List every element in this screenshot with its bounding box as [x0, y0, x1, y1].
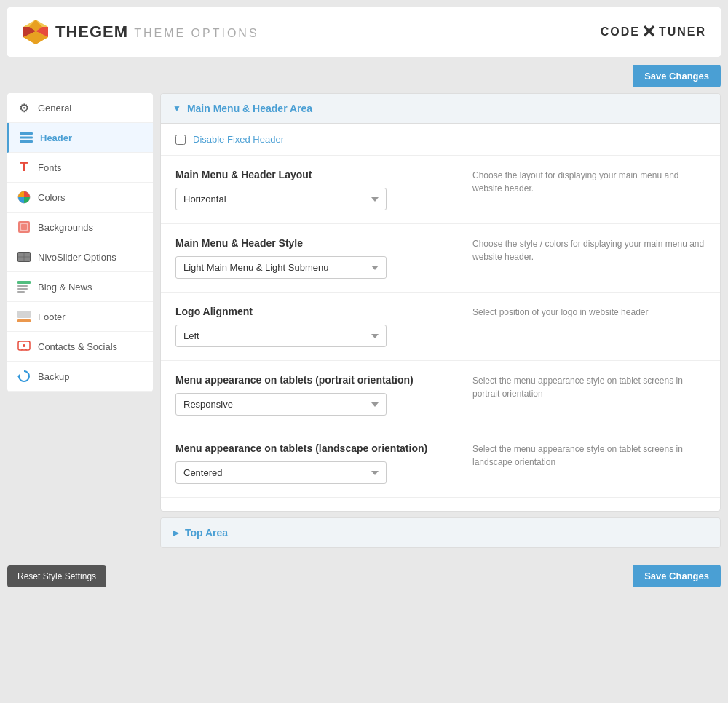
fonts-icon: T: [17, 161, 31, 174]
sidebar-item-contacts[interactable]: Contacts & Socials: [7, 332, 153, 362]
svg-rect-6: [20, 132, 33, 135]
tablet-portrait-select[interactable]: Responsive Full Menu Mobile Menu: [175, 393, 387, 416]
svg-point-24: [23, 344, 25, 347]
svg-rect-22: [17, 319, 31, 322]
svg-rect-8: [20, 140, 33, 143]
section-main-header[interactable]: ▼ Main Menu & Header Area: [161, 94, 720, 124]
svg-rect-21: [17, 311, 31, 318]
sidebar-item-fonts[interactable]: T Fonts: [7, 153, 153, 183]
backup-icon: [17, 370, 31, 383]
section-top-title: Top Area: [185, 527, 228, 539]
sidebar-item-general[interactable]: ⚙ General: [7, 93, 153, 123]
blognews-icon: [17, 280, 31, 293]
sidebar-label-contacts: Contacts & Socials: [38, 341, 117, 352]
gem-icon: [22, 18, 50, 46]
sidebar-item-footer[interactable]: Footer: [7, 302, 153, 332]
option-tablet-landscape-left: Menu appearance on tablets (landscape or…: [175, 442, 458, 484]
nivoslider-icon: [17, 250, 31, 263]
svg-rect-17: [17, 281, 31, 284]
option-logo-description: Select position of your logo in website …: [472, 306, 705, 319]
sidebar-label-header: Header: [40, 132, 72, 143]
codetuner-right: TUNER: [659, 25, 706, 39]
general-icon: ⚙: [17, 101, 31, 114]
svg-rect-20: [17, 291, 25, 293]
sidebar-label-backup: Backup: [38, 371, 69, 382]
option-layout-row: Main Menu & Header Layout Horizontal Ver…: [161, 156, 720, 224]
svg-rect-19: [17, 288, 28, 290]
option-tablet-portrait-row: Menu appearance on tablets (portrait ori…: [161, 361, 720, 429]
codetuner-x-icon: ✕: [641, 22, 657, 42]
contacts-icon: [17, 340, 31, 353]
sidebar-label-colors: Colors: [38, 192, 66, 203]
option-style-row: Main Menu & Header Style Light Main Menu…: [161, 224, 720, 293]
sidebar-item-blognews[interactable]: Blog & News: [7, 272, 153, 302]
sidebar-label-blognews: Blog & News: [38, 282, 92, 293]
option-tablet-landscape-description: Select the menu appearance style on tabl…: [472, 442, 705, 469]
codetuner-logo: CODE ✕ TUNER: [601, 22, 706, 42]
svg-rect-12: [21, 224, 27, 230]
sidebar-label-fonts: Fonts: [38, 162, 62, 173]
section-main-menu: ▼ Main Menu & Header Area Disable Fixed …: [160, 93, 721, 512]
sidebar-label-nivoslider: NivoSlider Options: [38, 252, 116, 263]
sidebar: ⚙ General Header T Fonts Color: [7, 93, 153, 392]
sidebar-item-backup[interactable]: Backup: [7, 362, 153, 392]
option-logo-alignment-row: Logo Alignment Left Center Right Select …: [161, 293, 720, 361]
option-style-label: Main Menu & Header Style: [175, 237, 458, 249]
option-layout-left: Main Menu & Header Layout Horizontal Ver…: [175, 169, 458, 210]
option-layout-label: Main Menu & Header Layout: [175, 169, 458, 180]
sidebar-label-footer: Footer: [38, 311, 66, 322]
bottom-bar: Reset Style Settings Save Changes: [0, 557, 728, 595]
top-bar: THEGEMTHEME OPTIONS CODE ✕ TUNER: [7, 7, 721, 57]
footer-icon: [17, 310, 31, 323]
main-layout: ⚙ General Header T Fonts Color: [0, 93, 728, 554]
sidebar-item-colors[interactable]: Colors: [7, 183, 153, 213]
svg-rect-18: [17, 285, 28, 287]
logo-alignment-select[interactable]: Left Center Right: [175, 325, 387, 347]
save-changes-bottom-button[interactable]: Save Changes: [633, 565, 721, 587]
section-main-title: Main Menu & Header Area: [187, 103, 312, 114]
disable-fixed-header-row: Disable Fixed Header: [161, 124, 720, 156]
logo: THEGEMTHEME OPTIONS: [22, 18, 259, 46]
tablet-landscape-select[interactable]: Centered Responsive Full Menu Mobile Men…: [175, 461, 387, 484]
sidebar-label-backgrounds: Backgrounds: [38, 222, 93, 233]
save-changes-top-button[interactable]: Save Changes: [633, 65, 721, 87]
sidebar-item-header[interactable]: Header: [7, 123, 153, 153]
reset-style-button[interactable]: Reset Style Settings: [7, 565, 106, 587]
option-tablet-portrait-label: Menu appearance on tablets (portrait ori…: [175, 374, 458, 386]
expand-arrow-icon: ▼: [173, 103, 181, 114]
section-top-header[interactable]: ▶ Top Area: [161, 518, 720, 547]
option-tablet-landscape-label: Menu appearance on tablets (landscape or…: [175, 442, 458, 454]
backgrounds-icon: [17, 221, 31, 234]
style-select[interactable]: Light Main Menu & Light Submenu Dark Mai…: [175, 256, 387, 279]
option-tablet-portrait-description: Select the menu appearance style on tabl…: [472, 374, 705, 400]
disable-fixed-header-checkbox[interactable]: [175, 135, 186, 145]
option-tablet-portrait-left: Menu appearance on tablets (portrait ori…: [175, 374, 458, 416]
top-action-bar: Save Changes: [0, 65, 728, 93]
option-style-description: Choose the style / colors for displaying…: [472, 237, 705, 263]
option-layout-description: Choose the layout for displaying your ma…: [472, 169, 705, 195]
header-icon: [20, 131, 33, 144]
sidebar-label-general: General: [38, 103, 71, 114]
codetuner-left: CODE: [601, 25, 640, 39]
collapse-arrow-icon: ▶: [173, 528, 179, 538]
spacer-row: [161, 498, 720, 511]
colors-icon: [17, 191, 31, 204]
content-area: ▼ Main Menu & Header Area Disable Fixed …: [160, 93, 721, 554]
sidebar-item-nivoslider[interactable]: NivoSlider Options: [7, 242, 153, 272]
logo-text: THEGEMTHEME OPTIONS: [55, 23, 259, 41]
layout-select[interactable]: Horizontal Vertical Centered Split: [175, 188, 387, 210]
option-logo-left: Logo Alignment Left Center Right: [175, 306, 458, 347]
section-top-area: ▶ Top Area: [160, 517, 721, 548]
option-logo-label: Logo Alignment: [175, 306, 458, 317]
disable-fixed-header-label[interactable]: Disable Fixed Header: [193, 134, 284, 145]
option-tablet-landscape-row: Menu appearance on tablets (landscape or…: [161, 429, 720, 498]
svg-rect-7: [20, 137, 33, 139]
sidebar-item-backgrounds[interactable]: Backgrounds: [7, 213, 153, 242]
option-style-left: Main Menu & Header Style Light Main Menu…: [175, 237, 458, 279]
